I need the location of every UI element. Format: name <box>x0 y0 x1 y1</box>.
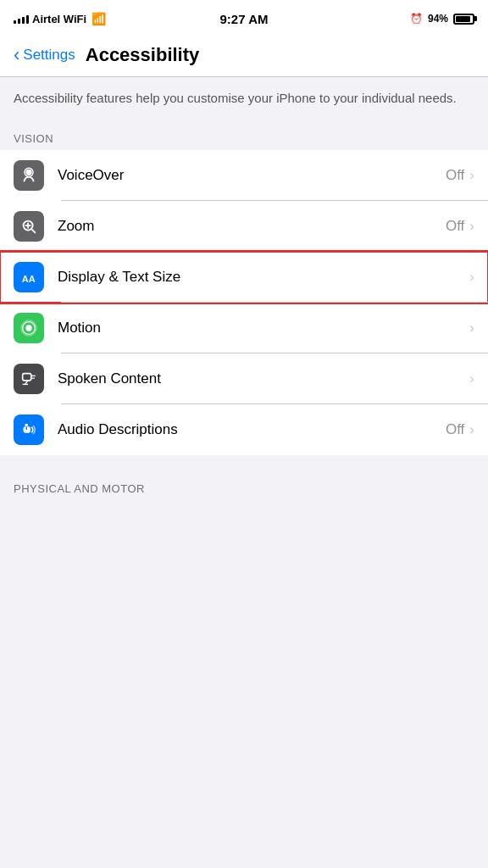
svg-point-16 <box>25 423 28 426</box>
svg-line-3 <box>31 229 35 232</box>
motion-label: Motion <box>58 320 464 337</box>
settings-item-spoken-content[interactable]: Spoken Content › <box>0 353 488 404</box>
motion-chevron-icon: › <box>469 320 474 337</box>
motion-icon <box>14 313 44 343</box>
wifi-icon: 📶 <box>92 12 106 25</box>
settings-item-motion[interactable]: Motion › <box>0 303 488 353</box>
page-title: Accessibility <box>86 44 200 66</box>
status-left: Airtel WiFi 📶 <box>14 12 106 25</box>
spoken-content-label: Spoken Content <box>58 370 464 387</box>
voiceover-chevron-icon: › <box>469 167 474 184</box>
section-header-physical-motor: PHYSICAL AND MOTOR <box>0 476 488 500</box>
voiceover-value: Off <box>446 167 464 184</box>
audio-descriptions-value: Off <box>446 421 464 438</box>
bottom-section: PHYSICAL AND MOTOR <box>0 455 488 500</box>
svg-text:AA: AA <box>22 273 36 283</box>
back-chevron-icon: ‹ <box>14 46 19 64</box>
zoom-value: Off <box>446 218 464 235</box>
back-button[interactable]: ‹ Settings <box>14 46 75 64</box>
carrier-label: Airtel WiFi <box>32 13 86 25</box>
back-label: Settings <box>23 47 75 64</box>
audio-descriptions-chevron-icon: › <box>469 421 474 438</box>
settings-item-display-text-size[interactable]: AA Display & Text Size › <box>0 252 488 303</box>
description-text: Accessibility features help you customis… <box>14 89 474 108</box>
zoom-icon <box>14 211 44 242</box>
svg-rect-10 <box>23 373 31 380</box>
status-bar: Airtel WiFi 📶 9:27 AM ⏰ 94% <box>0 0 488 37</box>
voiceover-icon <box>14 160 44 191</box>
battery-percent: 94% <box>428 13 448 25</box>
audio-descriptions-icon <box>14 415 44 445</box>
status-right: ⏰ 94% <box>410 13 474 25</box>
display-text-size-icon: AA <box>14 262 44 292</box>
description-section: Accessibility features help you customis… <box>0 77 488 125</box>
svg-point-7 <box>25 325 31 331</box>
battery-icon <box>453 14 474 25</box>
zoom-label: Zoom <box>58 218 446 235</box>
settings-item-zoom[interactable]: Zoom Off › <box>0 201 488 252</box>
signal-bars-icon <box>14 14 29 24</box>
settings-list-vision: VoiceOver Off › Zoom Off › AA Display & … <box>0 150 488 455</box>
svg-point-0 <box>25 169 31 175</box>
spoken-content-chevron-icon: › <box>469 370 474 387</box>
display-text-size-label: Display & Text Size <box>58 269 464 286</box>
audio-descriptions-label: Audio Descriptions <box>58 421 446 438</box>
section-header-vision: VISION <box>0 125 488 150</box>
settings-item-voiceover[interactable]: VoiceOver Off › <box>0 150 488 201</box>
nav-bar: ‹ Settings Accessibility <box>0 37 488 77</box>
spoken-content-icon <box>14 364 44 394</box>
zoom-chevron-icon: › <box>469 218 474 235</box>
settings-item-audio-descriptions[interactable]: Audio Descriptions Off › <box>0 404 488 455</box>
voiceover-label: VoiceOver <box>58 167 446 184</box>
alarm-icon: ⏰ <box>410 13 423 25</box>
status-time: 9:27 AM <box>220 12 269 26</box>
display-text-size-chevron-icon: › <box>469 269 474 286</box>
